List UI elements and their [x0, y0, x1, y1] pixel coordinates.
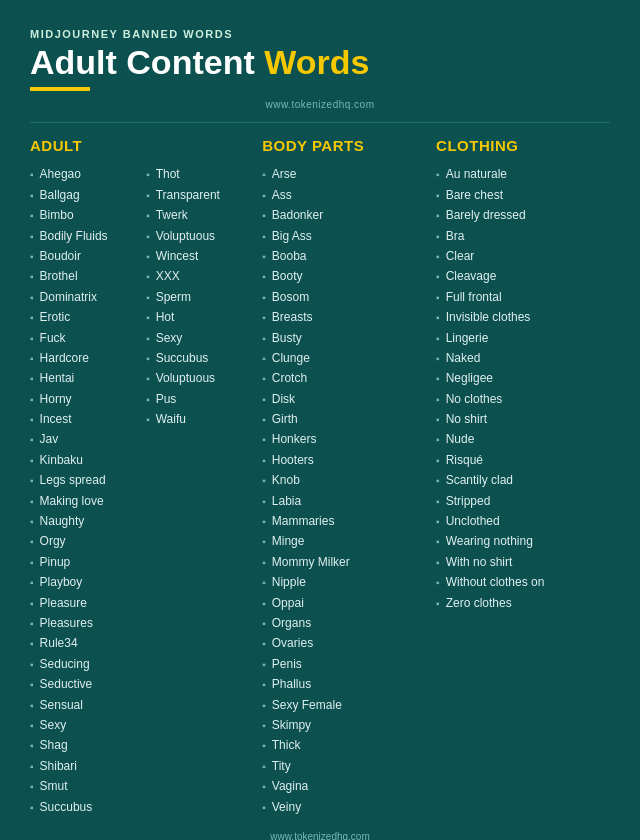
list-item: No clothes — [436, 389, 602, 409]
body-title: BODY PARTS — [262, 137, 428, 154]
list-item: Orgy — [30, 531, 138, 551]
list-item: Lingerie — [436, 328, 602, 348]
adult-section: ADULT AhegaoBallgagBimboBodily FluidsBou… — [30, 137, 262, 817]
list-item: Risqué — [436, 450, 602, 470]
body-section: BODY PARTS ArseAssBadonkerBig AssBoobaBo… — [262, 137, 436, 817]
list-item: Nude — [436, 429, 602, 449]
list-item: Bodily Fluids — [30, 226, 138, 246]
list-item: Pleasures — [30, 613, 138, 633]
list-item: Breasts — [262, 307, 428, 327]
list-item: Shibari — [30, 756, 138, 776]
list-item: Voluptuous — [146, 226, 254, 246]
website-top: www.tokenizedhq.com — [30, 99, 610, 110]
list-item: Bosom — [262, 287, 428, 307]
list-item: Jav — [30, 429, 138, 449]
adult-list-1: AhegaoBallgagBimboBodily FluidsBoudoirBr… — [30, 164, 138, 817]
list-item: Sperm — [146, 287, 254, 307]
list-item: Unclothed — [436, 511, 602, 531]
list-item: Labia — [262, 491, 428, 511]
list-item: Badonker — [262, 205, 428, 225]
list-item: Seducing — [30, 654, 138, 674]
list-item: Hooters — [262, 450, 428, 470]
list-item: Voluptuous — [146, 368, 254, 388]
header-underline — [30, 87, 90, 91]
list-item: Knob — [262, 470, 428, 490]
list-item: Waifu — [146, 409, 254, 429]
list-item: Pus — [146, 389, 254, 409]
list-item: Scantily clad — [436, 470, 602, 490]
list-item: Erotic — [30, 307, 138, 327]
list-item: Mommy Milker — [262, 552, 428, 572]
list-item: Sexy — [146, 328, 254, 348]
adult-col1: ADULT AhegaoBallgagBimboBodily FluidsBou… — [30, 137, 146, 817]
list-item: Twerk — [146, 205, 254, 225]
list-item: Smut — [30, 776, 138, 796]
list-item: Barely dressed — [436, 205, 602, 225]
list-item: Tity — [262, 756, 428, 776]
website-bottom: www.tokenizedhq.com — [30, 831, 610, 840]
adult-title: ADULT — [30, 137, 138, 154]
header-title-words: Words — [264, 43, 369, 81]
list-item: Naughty — [30, 511, 138, 531]
list-item: Fuck — [30, 328, 138, 348]
list-item: Wincest — [146, 246, 254, 266]
list-item: Crotch — [262, 368, 428, 388]
list-item: Ovaries — [262, 633, 428, 653]
list-item: Ahegao — [30, 164, 138, 184]
header-subtitle: MIDJOURNEY BANNED WORDS — [30, 28, 610, 40]
list-item: Horny — [30, 389, 138, 409]
list-item: Clear — [436, 246, 602, 266]
clothing-list: Au naturaleBare chestBarely dressedBraCl… — [436, 164, 602, 613]
header-title: Adult Content Words — [30, 44, 610, 81]
main-container: MIDJOURNEY BANNED WORDS Adult Content Wo… — [0, 0, 640, 840]
list-item: Sensual — [30, 695, 138, 715]
list-item: Penis — [262, 654, 428, 674]
list-item: Playboy — [30, 572, 138, 592]
list-item: Booty — [262, 266, 428, 286]
list-item: Nipple — [262, 572, 428, 592]
list-item: Hot — [146, 307, 254, 327]
list-item: Phallus — [262, 674, 428, 694]
list-item: Sexy Female — [262, 695, 428, 715]
header-title-highlight: Adult Content — [30, 43, 264, 81]
list-item: XXX — [146, 266, 254, 286]
list-item: Brothel — [30, 266, 138, 286]
list-item: Rule34 — [30, 633, 138, 653]
list-item: Organs — [262, 613, 428, 633]
body-list: ArseAssBadonkerBig AssBoobaBootyBosomBre… — [262, 164, 428, 817]
list-item: Invisible clothes — [436, 307, 602, 327]
list-item: Naked — [436, 348, 602, 368]
list-item: Oppai — [262, 593, 428, 613]
divider — [30, 122, 610, 123]
list-item: Legs spread — [30, 470, 138, 490]
list-item: Succubus — [30, 797, 138, 817]
list-item: Stripped — [436, 491, 602, 511]
list-item: Kinbaku — [30, 450, 138, 470]
list-item: Mammaries — [262, 511, 428, 531]
list-item: Minge — [262, 531, 428, 551]
list-item: Making love — [30, 491, 138, 511]
list-item: Ballgag — [30, 185, 138, 205]
list-item: Seductive — [30, 674, 138, 694]
list-item: Boudoir — [30, 246, 138, 266]
list-item: Au naturale — [436, 164, 602, 184]
list-item: Veiny — [262, 797, 428, 817]
list-item: Pinup — [30, 552, 138, 572]
header: MIDJOURNEY BANNED WORDS Adult Content Wo… — [30, 28, 610, 91]
list-item: Negligee — [436, 368, 602, 388]
list-item: Pleasure — [30, 593, 138, 613]
list-item: Disk — [262, 389, 428, 409]
list-item: Bimbo — [30, 205, 138, 225]
clothing-title: CLOTHING — [436, 137, 602, 154]
list-item: Booba — [262, 246, 428, 266]
list-item: Without clothes on — [436, 572, 602, 592]
list-item: Shag — [30, 735, 138, 755]
list-item: Vagina — [262, 776, 428, 796]
list-item: Girth — [262, 409, 428, 429]
list-item: Busty — [262, 328, 428, 348]
list-item: Hardcore — [30, 348, 138, 368]
list-item: With no shirt — [436, 552, 602, 572]
list-item: Full frontal — [436, 287, 602, 307]
list-item: Dominatrix — [30, 287, 138, 307]
list-item: Bare chest — [436, 185, 602, 205]
